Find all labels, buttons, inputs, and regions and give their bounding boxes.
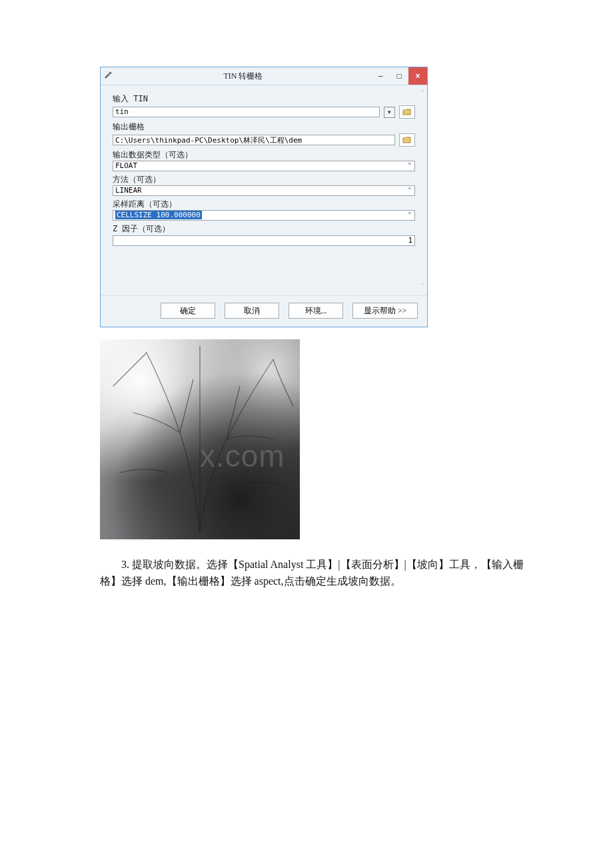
dem-result-image — [100, 339, 300, 539]
ok-button[interactable]: 确定 — [161, 303, 215, 319]
sampling-label: 采样距离（可选） — [113, 199, 415, 210]
input-tin-label: 输入 TIN — [113, 93, 415, 105]
output-raster-browse-button[interactable] — [399, 133, 415, 147]
chevron-down-icon: ˅ — [408, 187, 412, 195]
input-tin-browse-button[interactable] — [399, 105, 415, 119]
dialog-buttons: 确定 取消 环境... 显示帮助 >> — [101, 295, 427, 327]
svg-rect-0 — [109, 71, 111, 74]
close-button[interactable]: × — [408, 67, 427, 85]
tin-to-raster-dialog: TIN 转栅格 – □ × ˄ 输入 TIN tin ▾ 输出栅格 C:\Use… — [100, 67, 428, 327]
maximize-button[interactable]: □ — [390, 67, 408, 85]
scroll-up-icon[interactable]: ˄ — [420, 89, 424, 99]
output-raster-label: 输出栅格 — [113, 121, 415, 133]
environment-button[interactable]: 环境... — [289, 303, 343, 319]
output-raster-field[interactable]: C:\Users\thinkpad-PC\Desktop\林泽民\工程\dem — [113, 135, 395, 145]
input-tin-dropdown-icon[interactable]: ▾ — [384, 107, 395, 118]
method-select[interactable]: LINEAR ˅ — [113, 185, 415, 196]
data-type-label: 输出数据类型（可选） — [113, 149, 415, 161]
scroll-down-icon[interactable]: ˅ — [420, 282, 424, 291]
show-help-button[interactable]: 显示帮助 >> — [352, 303, 418, 319]
sampling-value: CELLSIZE 100.000000 — [115, 211, 202, 219]
step-3-paragraph: 3. 提取坡向数据。选择【Spatial Analyst 工具】|【表面分析】|… — [100, 557, 540, 590]
data-type-select[interactable]: FLOAT ˅ — [113, 161, 415, 171]
method-value: LINEAR — [115, 186, 142, 195]
z-factor-field[interactable]: 1 — [113, 235, 415, 246]
chevron-down-icon: ˅ — [408, 162, 412, 171]
sampling-select[interactable]: CELLSIZE 100.000000 ˅ — [113, 210, 415, 221]
data-type-value: FLOAT — [115, 161, 137, 170]
titlebar: TIN 转栅格 – □ × — [101, 67, 427, 85]
chevron-down-icon: ˅ — [408, 211, 412, 220]
form-area: ˄ 输入 TIN tin ▾ 输出栅格 C:\Users\thinkpad-PC… — [101, 85, 427, 295]
dialog-title: TIN 转栅格 — [115, 71, 371, 82]
z-factor-label: Z 因子（可选） — [113, 223, 415, 235]
cancel-button[interactable]: 取消 — [225, 303, 279, 319]
minimize-button[interactable]: – — [371, 67, 390, 85]
tool-icon — [101, 71, 115, 81]
method-label: 方法（可选） — [113, 174, 415, 185]
input-tin-field[interactable]: tin — [113, 107, 380, 117]
